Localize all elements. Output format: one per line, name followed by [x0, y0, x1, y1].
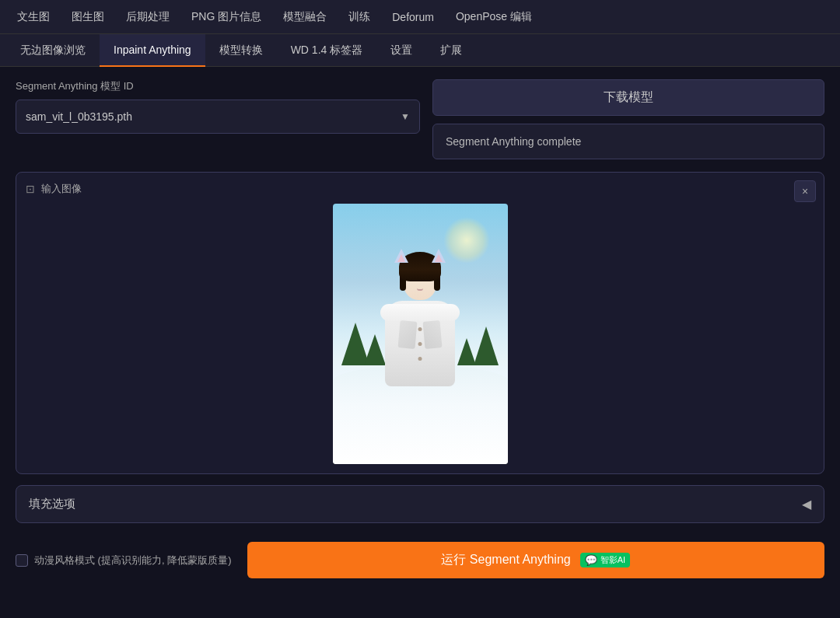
tab-extensions[interactable]: 扩展 [426, 34, 476, 67]
second-navigation: 无边图像浏览 Inpaint Anything 模型转换 WD 1.4 标签器 … [0, 34, 840, 67]
nav-txt2img[interactable]: 文生图 [6, 0, 61, 34]
download-model-button[interactable]: 下载模型 [432, 79, 824, 116]
model-id-label: Segment Anything 模型 ID [16, 79, 420, 93]
tab-model-convert[interactable]: 模型转换 [205, 34, 277, 67]
image-icon: ⊡ [26, 183, 35, 195]
nav-model-merge[interactable]: 模型融合 [272, 0, 338, 34]
wechat-icon: 💬 [585, 554, 597, 566]
run-segment-anything-button[interactable]: 运行 Segment Anything 💬 智影AI [247, 542, 825, 578]
model-right-panel: 下载模型 Segment Anything complete [432, 79, 824, 159]
model-select[interactable]: sam_vit_l_0b3195.pth ▼ [16, 100, 420, 134]
nav-img2img[interactable]: 图生图 [61, 0, 115, 34]
bottom-bar: 动漫风格模式 (提高识别能力, 降低蒙版质量) 运行 Segment Anyth… [16, 534, 824, 578]
fill-options-section[interactable]: 填充选项 ◀ [16, 485, 824, 523]
nav-png-info[interactable]: PNG 图片信息 [180, 0, 272, 34]
status-box: Segment Anything complete [432, 124, 824, 159]
model-left-panel: Segment Anything 模型 ID sam_vit_l_0b3195.… [16, 79, 420, 134]
anime-mode-label: 动漫风格模式 (提高识别能力, 降低蒙版质量) [34, 553, 232, 567]
image-section-header: ⊡ 输入图像 [26, 182, 814, 196]
anime-mode-checkbox[interactable] [16, 554, 28, 567]
tab-inpaint-anything[interactable]: Inpaint Anything [100, 34, 205, 67]
nav-deforum[interactable]: Deforum [381, 0, 445, 34]
tree-left2 [364, 334, 386, 365]
image-upload-section: ⊡ 输入图像 × [16, 172, 824, 474]
brand-label: 智影AI [600, 554, 625, 566]
fill-options-arrow-icon: ◀ [802, 497, 811, 512]
anime-mode-checkbox-wrapper[interactable]: 动漫风格模式 (提高识别能力, 降低蒙版质量) [16, 553, 232, 567]
uploaded-image [333, 204, 508, 464]
run-btn-label: 运行 Segment Anything [441, 552, 570, 568]
tree-right [474, 326, 499, 365]
fill-options-label: 填充选项 [29, 497, 75, 512]
portrait-background [333, 204, 508, 464]
dropdown-arrow-icon: ▼ [401, 111, 410, 122]
image-display-area [26, 204, 814, 464]
nav-train[interactable]: 训练 [338, 0, 381, 34]
model-section: Segment Anything 模型 ID sam_vit_l_0b3195.… [16, 79, 824, 159]
figure [385, 249, 455, 386]
nav-postprocess[interactable]: 后期处理 [115, 0, 180, 34]
nav-openpose[interactable]: OpenPose 编辑 [445, 0, 543, 34]
brand-badge: 💬 智影AI [580, 553, 630, 567]
tab-settings[interactable]: 设置 [376, 34, 426, 67]
main-content: Segment Anything 模型 ID sam_vit_l_0b3195.… [0, 67, 840, 618]
image-section-label: 输入图像 [41, 182, 82, 196]
tab-wd-tagger[interactable]: WD 1.4 标签器 [277, 34, 377, 67]
model-select-value: sam_vit_l_0b3195.pth [26, 110, 401, 123]
image-close-button[interactable]: × [794, 180, 816, 202]
tree-right2 [457, 338, 476, 365]
top-navigation: 文生图 图生图 后期处理 PNG 图片信息 模型融合 训练 Deforum Op… [0, 0, 840, 34]
tab-infinite-browse[interactable]: 无边图像浏览 [6, 34, 100, 67]
